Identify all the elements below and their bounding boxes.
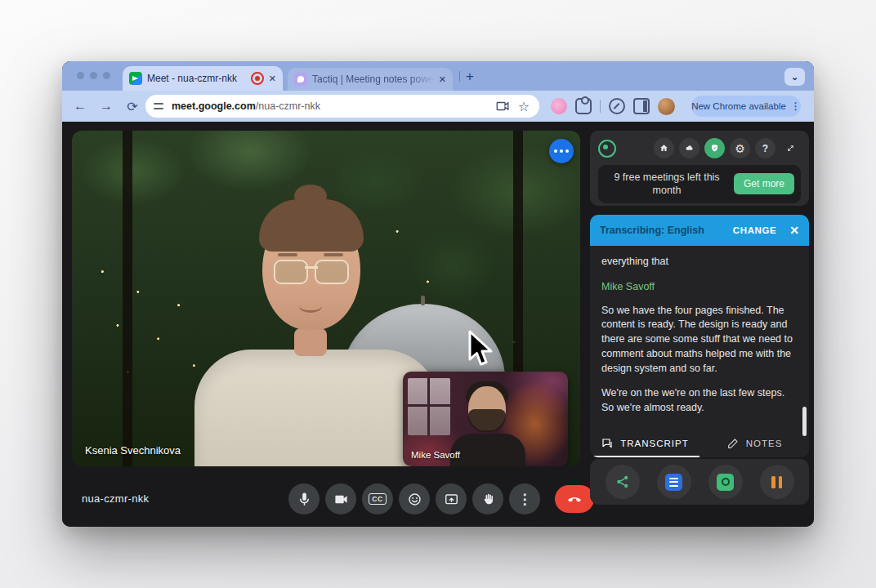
transcript-text: everything that bbox=[601, 255, 798, 270]
privacy-shield-button[interactable] bbox=[704, 138, 725, 158]
tactiq-sidebar-header: ⚙ ? 9 free meetings left this month Get … bbox=[590, 131, 809, 206]
transcript-text: We're on the we're on the last few steps… bbox=[601, 386, 798, 414]
pip-figure bbox=[468, 409, 506, 432]
reactions-button[interactable] bbox=[399, 483, 430, 514]
participant-figure bbox=[324, 253, 343, 256]
chrome-update-label: New Chrome available bbox=[691, 101, 786, 111]
forward-icon[interactable]: → bbox=[93, 99, 119, 114]
free-meetings-text: 9 free meetings left this month bbox=[605, 171, 729, 198]
meeting-code-label: nua-czmr-nkk bbox=[82, 492, 149, 505]
share-icon bbox=[615, 474, 631, 490]
browser-window: Meet - nua-czmr-nkk ✕ Tactiq | Meeting n… bbox=[62, 61, 814, 527]
main-participant-video[interactable]: Ksenia Svechnikova Mike Savoff bbox=[72, 131, 580, 466]
present-screen-button[interactable] bbox=[436, 483, 467, 514]
tab-search-chevron-icon[interactable]: ⌄ bbox=[784, 68, 805, 86]
tactiq-floating-widget[interactable] bbox=[549, 139, 574, 163]
settings-button[interactable]: ⚙ bbox=[730, 138, 750, 158]
pip-participant-video[interactable]: Mike Savoff bbox=[403, 372, 568, 466]
resize-icon bbox=[785, 143, 796, 154]
pip-backdrop bbox=[408, 378, 450, 435]
resize-button[interactable] bbox=[780, 138, 801, 158]
mic-icon bbox=[297, 492, 312, 507]
back-icon[interactable]: ← bbox=[67, 99, 93, 114]
browser-toolbar: ← → ⟳ meet.google.com/nua-czmr-nkk ☆ New… bbox=[62, 91, 814, 122]
transcript-scrollbar[interactable] bbox=[802, 407, 807, 436]
close-window-icon[interactable] bbox=[77, 72, 84, 79]
get-more-button[interactable]: Get more bbox=[734, 173, 794, 194]
participant-figure bbox=[294, 328, 327, 356]
side-panel-icon[interactable] bbox=[633, 98, 650, 114]
tactiq-extension-icon[interactable] bbox=[551, 98, 567, 114]
end-call-button[interactable] bbox=[555, 485, 594, 513]
present-screen-icon bbox=[444, 492, 459, 507]
backdrop-frame bbox=[123, 131, 132, 466]
help-icon: ? bbox=[762, 143, 768, 154]
close-tab-icon[interactable]: ✕ bbox=[269, 74, 276, 83]
recording-indicator-icon bbox=[251, 72, 264, 85]
cloud-icon bbox=[684, 143, 695, 154]
more-options-icon: ⋮ bbox=[518, 491, 532, 508]
tab-title: Meet - nua-czmr-nkk bbox=[147, 73, 246, 84]
new-tab-button[interactable]: + bbox=[466, 69, 474, 85]
pause-icon bbox=[771, 476, 782, 488]
participant-figure bbox=[294, 185, 327, 207]
end-call-icon bbox=[566, 491, 583, 507]
camera-button[interactable] bbox=[325, 483, 356, 514]
participant-figure bbox=[299, 299, 322, 313]
zoom-window-icon[interactable] bbox=[103, 72, 110, 79]
bookmark-star-icon[interactable]: ☆ bbox=[516, 99, 531, 114]
gear-icon: ⚙ bbox=[735, 142, 745, 155]
tab-strip: Meet - nua-czmr-nkk ✕ Tactiq | Meeting n… bbox=[62, 61, 814, 91]
docs-icon bbox=[665, 474, 682, 491]
tab-notes[interactable]: NOTES bbox=[699, 430, 809, 457]
pause-transcript-button[interactable] bbox=[760, 465, 794, 499]
tab-meet[interactable]: Meet - nua-czmr-nkk ✕ bbox=[123, 66, 283, 91]
transcribing-banner: Transcribing: English CHANGE ✕ bbox=[590, 215, 809, 246]
mouse-cursor bbox=[467, 330, 497, 368]
extension-icon[interactable] bbox=[609, 98, 625, 114]
reload-icon[interactable]: ⟳ bbox=[119, 99, 145, 114]
camera-permission-icon[interactable] bbox=[495, 99, 510, 114]
tactiq-action-bar bbox=[590, 459, 809, 505]
notes-pencil-icon bbox=[726, 437, 740, 450]
mic-button[interactable] bbox=[288, 483, 320, 514]
videocam-icon bbox=[333, 492, 349, 507]
help-button[interactable]: ? bbox=[755, 138, 775, 158]
participant-name-label: Ksenia Svechnikova bbox=[85, 444, 181, 457]
captions-button[interactable]: CC bbox=[362, 483, 393, 514]
tab-tactiq[interactable]: Tactiq | Meeting notes powe ✕ bbox=[288, 68, 453, 91]
transcript-chat-icon bbox=[601, 437, 614, 450]
pip-figure bbox=[450, 434, 525, 466]
more-options-button[interactable]: ⋮ bbox=[509, 483, 540, 514]
close-tab-icon[interactable]: ✕ bbox=[439, 75, 446, 84]
open-docs-button[interactable] bbox=[657, 465, 691, 499]
site-info-icon[interactable] bbox=[154, 101, 165, 111]
screenshot-button[interactable] bbox=[708, 465, 743, 499]
tab-title: Tactiq | Meeting notes powe bbox=[312, 74, 434, 85]
meet-page: Ksenia Svechnikova Mike Savoff nua-czmr-… bbox=[62, 122, 814, 527]
minimize-window-icon[interactable] bbox=[90, 72, 97, 79]
extensions-row bbox=[551, 91, 675, 122]
share-button[interactable] bbox=[606, 465, 640, 499]
home-button[interactable] bbox=[654, 138, 674, 158]
extensions-puzzle-icon[interactable] bbox=[575, 98, 592, 114]
close-banner-icon[interactable]: ✕ bbox=[789, 224, 799, 237]
screenshot-icon bbox=[717, 474, 734, 491]
meet-controls: CC ⋮ bbox=[288, 483, 594, 514]
shield-icon bbox=[709, 143, 720, 154]
profile-avatar[interactable] bbox=[658, 98, 675, 115]
chrome-update-button[interactable]: New Chrome available ⋮ bbox=[691, 96, 801, 117]
home-icon bbox=[659, 143, 669, 154]
tactiq-transcript-panel: Transcribing: English CHANGE ✕ everythin… bbox=[590, 215, 809, 457]
address-bar[interactable]: meet.google.com/nua-czmr-nkk ☆ bbox=[145, 95, 539, 118]
tactiq-tabs: TRANSCRIPT NOTES bbox=[590, 430, 809, 457]
browser-menu-icon[interactable]: ⋮ bbox=[791, 100, 801, 112]
cloud-button[interactable] bbox=[679, 138, 699, 158]
tab-divider bbox=[459, 71, 460, 82]
tab-transcript[interactable]: TRANSCRIPT bbox=[590, 430, 699, 457]
captions-icon: CC bbox=[369, 493, 386, 505]
raise-hand-button[interactable] bbox=[472, 483, 503, 514]
transcribing-label: Transcribing: English bbox=[600, 225, 726, 236]
change-language-button[interactable]: CHANGE bbox=[733, 225, 776, 235]
tab-label: NOTES bbox=[746, 439, 783, 448]
